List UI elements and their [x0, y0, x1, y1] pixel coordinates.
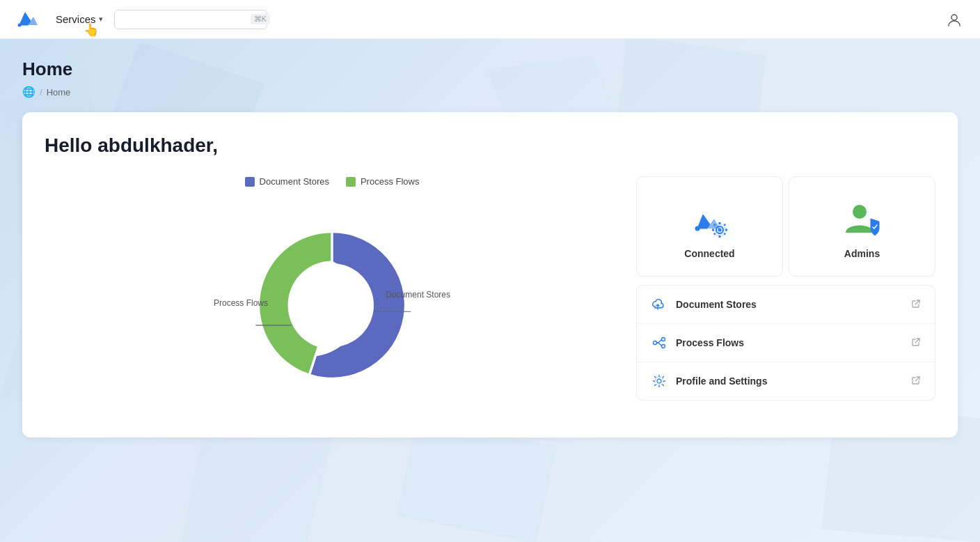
- admins-label: Admins: [844, 248, 880, 259]
- main-card: Hello abdulkhader, Document Stores Proce…: [22, 112, 958, 438]
- svg-point-29: [657, 379, 661, 383]
- chevron-down-icon: ▾: [99, 15, 103, 24]
- links-card: Document Stores: [636, 285, 935, 401]
- legend-dot-document: [245, 177, 255, 187]
- logo-area: [14, 6, 42, 33]
- svg-point-26: [662, 338, 665, 341]
- svg-rect-16: [718, 235, 720, 238]
- connected-label: Connected: [684, 248, 734, 259]
- search-box: ⌘K: [114, 10, 267, 29]
- process-flows-link-label: Process Flows: [676, 337, 903, 348]
- connected-icon: [688, 196, 732, 241]
- legend-process-flows: Process Flows: [346, 176, 420, 187]
- document-stores-link[interactable]: Document Stores: [637, 286, 935, 324]
- process-flows-label: Process Flows: [214, 298, 268, 308]
- greeting-text: Hello abdulkhader,: [45, 134, 935, 157]
- logo-icon: [14, 6, 42, 33]
- chart-area: Document Stores Process Flows: [45, 176, 619, 410]
- process-flows-link[interactable]: Process Flows: [637, 324, 935, 362]
- breadcrumb: 🌐 / Home: [22, 86, 958, 98]
- user-profile-button[interactable]: [942, 8, 966, 31]
- svg-rect-17: [712, 229, 714, 231]
- services-button[interactable]: Services ▾: [50, 10, 109, 28]
- svg-rect-15: [718, 222, 720, 224]
- svg-line-31: [915, 377, 919, 381]
- admins-card: Admins: [789, 176, 935, 277]
- svg-point-23: [853, 205, 867, 219]
- donut-chart-container: Process Flows Document Stores: [207, 201, 457, 410]
- right-panel: Connected Admins: [636, 176, 935, 401]
- svg-point-30: [655, 377, 663, 385]
- svg-line-24: [915, 300, 919, 304]
- services-label: Services: [56, 13, 96, 25]
- svg-point-9: [18, 23, 22, 26]
- chart-legend: Document Stores Process Flows: [45, 176, 619, 187]
- search-shortcut: ⌘K: [251, 14, 270, 24]
- profile-settings-link-label: Profile and Settings: [676, 375, 903, 387]
- user-icon: [947, 12, 962, 27]
- legend-label-process: Process Flows: [361, 176, 420, 187]
- svg-point-25: [654, 341, 657, 345]
- breadcrumb-separator: /: [40, 87, 42, 98]
- profile-settings-external-icon: [911, 375, 921, 387]
- process-flows-external-icon: [911, 337, 921, 349]
- svg-point-11: [695, 226, 700, 231]
- profile-settings-link[interactable]: Profile and Settings: [637, 362, 935, 400]
- svg-rect-18: [725, 229, 727, 231]
- admins-icon: [840, 196, 885, 241]
- process-flows-link-icon: [651, 335, 667, 350]
- document-stores-link-label: Document Stores: [676, 299, 903, 310]
- legend-label-document: Document Stores: [260, 176, 329, 187]
- topbar-right: [942, 8, 966, 31]
- status-cards-row: Connected Admins: [636, 176, 935, 277]
- page-content: Home 🌐 / Home Hello abdulkhader, Documen…: [0, 39, 980, 457]
- page-title: Home: [22, 59, 958, 80]
- donut-hole: [290, 263, 374, 347]
- profile-settings-link-icon: [651, 373, 667, 389]
- search-input[interactable]: [123, 14, 245, 25]
- svg-point-14: [718, 229, 721, 232]
- svg-line-28: [915, 339, 919, 343]
- document-stores-link-icon: [651, 297, 667, 312]
- document-stores-label: Document Stores: [386, 290, 450, 300]
- globe-icon: 🌐: [22, 86, 35, 98]
- svg-point-10: [951, 15, 957, 20]
- svg-point-27: [662, 345, 665, 348]
- legend-document-stores: Document Stores: [245, 176, 329, 187]
- breadcrumb-home: Home: [47, 87, 71, 98]
- connected-card: Connected: [636, 176, 783, 277]
- content-row: Document Stores Process Flows: [45, 176, 935, 410]
- document-stores-external-icon: [911, 299, 921, 311]
- legend-dot-process: [346, 177, 356, 187]
- topbar: Services ▾ ⌘K 👆: [0, 0, 980, 39]
